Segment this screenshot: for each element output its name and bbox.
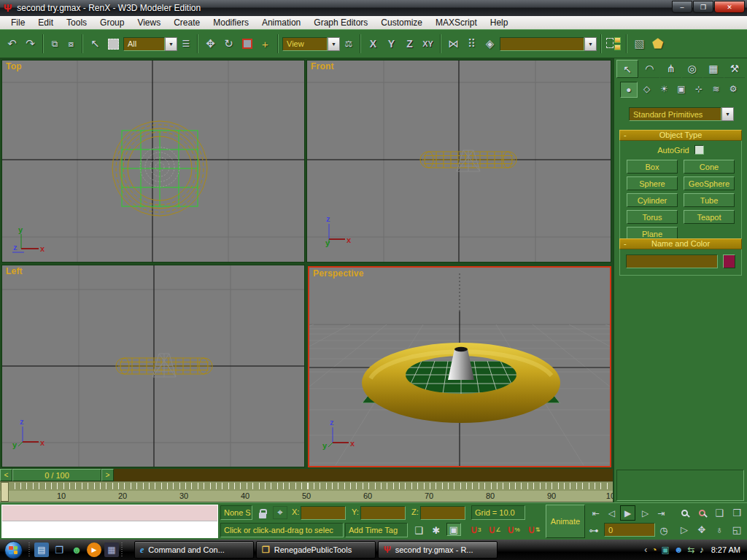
- tab-motion-icon[interactable]: ◎: [682, 60, 703, 78]
- next-frame-icon[interactable]: ▷: [638, 505, 653, 521]
- menu-views[interactable]: Views: [131, 16, 167, 29]
- track-bar[interactable]: 0 10 20 30 40 50 60 70 80 90 100: [0, 481, 613, 502]
- undo-icon[interactable]: ↶: [4, 34, 20, 53]
- scale-icon[interactable]: [239, 34, 255, 53]
- tab-utilities-icon[interactable]: ⚒: [724, 60, 745, 78]
- dropdown-arrow-icon[interactable]: ▼: [165, 37, 177, 51]
- viewport-top[interactable]: y x z Top: [1, 60, 305, 262]
- switch-windows-icon[interactable]: ❐: [52, 542, 66, 557]
- tray-volume-icon[interactable]: ♪: [700, 545, 704, 555]
- tray-network-icon[interactable]: ⇆: [688, 545, 695, 555]
- dropdown-arrow-icon[interactable]: ▼: [584, 37, 597, 51]
- previous-frame-icon[interactable]: ◁: [604, 505, 619, 521]
- start-button[interactable]: [0, 540, 26, 560]
- snap-toggle-3d-icon[interactable]: ∪3: [468, 523, 483, 536]
- tab-display-icon[interactable]: ▦: [703, 60, 724, 78]
- zoom-extents-all-icon[interactable]: ❒: [728, 505, 746, 521]
- menu-edit[interactable]: Edit: [31, 16, 60, 29]
- y-coordinate-field[interactable]: [360, 506, 406, 520]
- isolate-cube-icon[interactable]: ❑: [411, 524, 426, 537]
- task-second-try-gmax[interactable]: Ψ second try.gmax - R...: [378, 541, 498, 559]
- pan-icon[interactable]: ✥: [693, 521, 711, 538]
- viewport-label-front[interactable]: Front: [311, 61, 334, 71]
- time-slider-handle[interactable]: 0 / 100: [12, 469, 101, 481]
- rectangular-selection-region-icon[interactable]: [105, 34, 122, 53]
- menu-help[interactable]: Help: [484, 16, 515, 29]
- go-to-end-icon[interactable]: ⇥: [654, 505, 669, 521]
- array-icon[interactable]: ⠿: [463, 34, 480, 53]
- next-frame-arrow[interactable]: >: [101, 469, 114, 481]
- autogrid-checkbox[interactable]: [694, 145, 704, 155]
- go-to-start-icon[interactable]: ⇤: [588, 505, 603, 521]
- menu-tools[interactable]: Tools: [60, 16, 93, 29]
- restrict-y-button[interactable]: Y: [383, 34, 400, 53]
- x-coordinate-field[interactable]: [301, 506, 346, 520]
- geosphere-button[interactable]: GeoSphere: [684, 176, 735, 190]
- category-cameras-icon[interactable]: ▣: [673, 82, 689, 98]
- maxscript-mini-listener[interactable]: [1, 505, 218, 538]
- viewport-perspective[interactable]: z x y Perspective: [308, 266, 611, 467]
- selection-filter-dropdown[interactable]: All ▼: [123, 37, 177, 51]
- render-cube-icon[interactable]: ▧: [631, 34, 648, 53]
- select-link-icon[interactable]: ⧉: [47, 34, 62, 53]
- cone-button[interactable]: Cone: [684, 160, 735, 174]
- named-selection-sets-icon[interactable]: [605, 34, 622, 53]
- media-player-icon[interactable]: ▶: [87, 542, 101, 557]
- viewport-label-left[interactable]: Left: [6, 266, 23, 276]
- object-color-swatch[interactable]: [723, 254, 735, 268]
- animate-button[interactable]: Animate: [546, 505, 585, 538]
- listener-script-field[interactable]: [2, 521, 217, 537]
- minimize-button[interactable]: –: [672, 1, 692, 13]
- unlink-icon[interactable]: ⧇: [63, 34, 78, 53]
- mirror-icon[interactable]: ⋈: [445, 34, 462, 53]
- manipulate-icon[interactable]: +: [257, 34, 274, 53]
- listener-macro-field[interactable]: [2, 505, 217, 521]
- name-color-rollout-header[interactable]: - Name and Color: [619, 238, 742, 249]
- tray-app-icon[interactable]: ▣: [662, 545, 670, 555]
- snap-star-icon[interactable]: ✱: [429, 524, 444, 537]
- percent-snap-icon[interactable]: ∪%: [506, 523, 521, 536]
- viewport-left[interactable]: z x y Left: [1, 265, 305, 467]
- box-button[interactable]: Box: [627, 160, 678, 174]
- sphere-button[interactable]: Sphere: [627, 176, 678, 190]
- category-shapes-icon[interactable]: ◇: [639, 82, 655, 98]
- named-selection-dropdown[interactable]: ▼: [500, 37, 597, 51]
- menu-graph-editors[interactable]: Graph Editors: [307, 16, 374, 29]
- menu-file[interactable]: File: [4, 16, 31, 29]
- tab-hierarchy-icon[interactable]: ⋔: [660, 60, 681, 78]
- menu-customize[interactable]: Customize: [374, 16, 429, 29]
- tab-modify-icon[interactable]: ◠: [639, 60, 659, 78]
- torus-button[interactable]: Torus: [627, 210, 678, 224]
- viewport-front[interactable]: z x y Front: [306, 60, 611, 262]
- menu-modifiers[interactable]: Modifiers: [206, 16, 255, 29]
- zoom-extents-icon[interactable]: ❑: [711, 505, 728, 521]
- dropdown-arrow-icon[interactable]: ▼: [328, 37, 340, 51]
- shaded-toggle-icon[interactable]: ▣: [446, 523, 461, 536]
- selection-lock-icon[interactable]: [255, 507, 270, 520]
- close-button[interactable]: ✕: [714, 1, 745, 13]
- restrict-plane-button[interactable]: XY: [419, 34, 436, 53]
- absolute-offset-mode-icon[interactable]: ⌖: [273, 506, 287, 519]
- restore-button[interactable]: ❐: [693, 1, 713, 13]
- previous-frame-arrow[interactable]: <: [0, 469, 12, 481]
- viewport-label-top[interactable]: Top: [6, 61, 22, 71]
- tray-collapse-icon[interactable]: ‹: [644, 545, 647, 555]
- menu-group[interactable]: Group: [93, 16, 131, 29]
- cone-object-wireframe[interactable]: [152, 354, 176, 377]
- tray-update-icon[interactable]: ◔: [651, 545, 657, 555]
- object-name-field[interactable]: [626, 254, 718, 268]
- time-configuration-icon[interactable]: ◷: [657, 524, 671, 537]
- cylinder-button[interactable]: Cylinder: [627, 193, 678, 207]
- current-frame-field[interactable]: 0: [604, 523, 655, 537]
- teapot-button[interactable]: Teapot: [684, 210, 735, 224]
- cone-object-wireframe[interactable]: [457, 150, 480, 171]
- menu-maxscript[interactable]: MAXScript: [429, 16, 484, 29]
- tube-button[interactable]: Tube: [684, 193, 735, 207]
- render-last-icon[interactable]: ⬟: [649, 34, 666, 53]
- task-command-and-conquer[interactable]: e Command and Con...: [134, 541, 254, 559]
- tray-messenger-icon[interactable]: ☻: [674, 545, 684, 555]
- rotate-icon[interactable]: ↻: [220, 34, 237, 53]
- arc-rotate-icon[interactable]: ♁: [711, 521, 728, 538]
- min-max-toggle-icon[interactable]: ◱: [728, 521, 746, 538]
- dropdown-arrow-icon[interactable]: ▼: [721, 107, 734, 121]
